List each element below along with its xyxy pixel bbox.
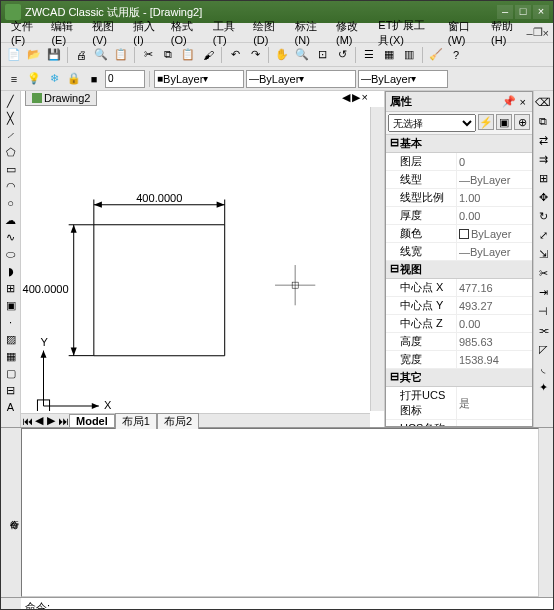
rectangle-icon[interactable]: ▭: [2, 161, 20, 177]
help-icon[interactable]: ?: [447, 46, 465, 64]
lineweight-select[interactable]: — ByLayer ▾: [358, 70, 448, 88]
trim-icon[interactable]: ✂: [534, 264, 552, 282]
line-icon[interactable]: ╱: [2, 93, 20, 109]
prop-linetype-val[interactable]: — ByLayer: [456, 171, 532, 188]
drawing-area[interactable]: Drawing2 ◀ ▶ × 400.0000: [21, 91, 385, 427]
layer-lock-icon[interactable]: 🔒: [65, 70, 83, 88]
zoom-prev-icon[interactable]: ↺: [333, 46, 351, 64]
join-icon[interactable]: ⫘: [534, 321, 552, 339]
zoom-icon[interactable]: 🔍: [293, 46, 311, 64]
menu-tools[interactable]: 工具(T): [207, 17, 247, 48]
collapse-icon[interactable]: ⊟: [388, 262, 400, 277]
doc-close-button[interactable]: ×: [543, 27, 549, 39]
prop-layer-val[interactable]: 0: [456, 153, 532, 170]
pickadd-icon[interactable]: ⊕: [514, 114, 530, 130]
menu-insert[interactable]: 插入(I): [127, 17, 165, 48]
tab-first-icon[interactable]: ⏮: [21, 415, 33, 427]
spline-icon[interactable]: ∿: [2, 229, 20, 245]
menu-edit[interactable]: 编辑(E): [45, 17, 86, 48]
fillet-icon[interactable]: ◟: [534, 359, 552, 377]
break-icon[interactable]: ⊣: [534, 302, 552, 320]
menu-help[interactable]: 帮助(H): [485, 17, 526, 48]
menu-file[interactable]: 文件(F): [5, 17, 45, 48]
ellipse-arc-icon[interactable]: ◗: [2, 263, 20, 279]
pan-icon[interactable]: ✋: [273, 46, 291, 64]
menu-draw[interactable]: 绘图(D): [247, 17, 288, 48]
region-icon[interactable]: ▢: [2, 365, 20, 381]
point-icon[interactable]: ·: [2, 314, 20, 330]
copy-obj-icon[interactable]: ⧉: [534, 112, 552, 130]
cut-icon[interactable]: ✂: [139, 46, 157, 64]
model-tab[interactable]: Model: [69, 414, 115, 427]
preview-icon[interactable]: 🔍: [92, 46, 110, 64]
polyline-icon[interactable]: ⟋: [2, 127, 20, 143]
extend-icon[interactable]: ⇥: [534, 283, 552, 301]
gradient-icon[interactable]: ▦: [2, 348, 20, 364]
tab-prev-icon[interactable]: ◀: [33, 414, 45, 427]
menu-format[interactable]: 格式(O): [165, 17, 207, 48]
command-grip[interactable]: 命令行: [1, 428, 21, 597]
array-icon[interactable]: ⊞: [534, 169, 552, 187]
collapse-icon[interactable]: ⊟: [388, 136, 400, 151]
clean-icon[interactable]: 🧹: [427, 46, 445, 64]
linetype-select[interactable]: — ByLayer ▾: [246, 70, 356, 88]
mtext-icon[interactable]: A: [2, 399, 20, 415]
quick-select-icon[interactable]: ⚡: [478, 114, 494, 130]
menu-et[interactable]: ET扩展工具(X): [372, 16, 441, 50]
prop-height-val[interactable]: 985.63: [456, 333, 532, 350]
explode-icon[interactable]: ✦: [534, 378, 552, 396]
save-icon[interactable]: 💾: [45, 46, 63, 64]
selection-dropdown[interactable]: 无选择: [388, 114, 476, 132]
new-icon[interactable]: 📄: [5, 46, 23, 64]
tab-left-icon[interactable]: ◀: [342, 91, 350, 104]
layer-manager-icon[interactable]: ≡: [5, 70, 23, 88]
prop-centerx-val[interactable]: 477.16: [456, 279, 532, 296]
properties-icon[interactable]: ☰: [360, 46, 378, 64]
revcloud-icon[interactable]: ☁: [2, 212, 20, 228]
tab-right-icon[interactable]: ▶: [352, 91, 360, 104]
layer-0-select[interactable]: 0: [105, 70, 145, 88]
prop-ucsname-val[interactable]: [456, 420, 532, 426]
layer-color-icon[interactable]: ■: [85, 70, 103, 88]
publish-icon[interactable]: 📋: [112, 46, 130, 64]
panel-pin-icon[interactable]: 📌: [500, 95, 518, 108]
open-icon[interactable]: 📂: [25, 46, 43, 64]
prop-color-val[interactable]: ByLayer: [456, 225, 532, 242]
color-select[interactable]: ■ ByLayer ▾: [154, 70, 244, 88]
insert-block-icon[interactable]: ⊞: [2, 280, 20, 296]
prop-centery-val[interactable]: 493.27: [456, 297, 532, 314]
table-icon[interactable]: ⊟: [2, 382, 20, 398]
menu-view[interactable]: 视图(V): [86, 17, 127, 48]
prop-thickness-val[interactable]: 0.00: [456, 207, 532, 224]
hatch-icon[interactable]: ▨: [2, 331, 20, 347]
design-center-icon[interactable]: ▦: [380, 46, 398, 64]
match-icon[interactable]: 🖌: [199, 46, 217, 64]
copy-icon[interactable]: ⧉: [159, 46, 177, 64]
close-button[interactable]: ×: [533, 5, 549, 19]
polygon-icon[interactable]: ⬠: [2, 144, 20, 160]
doc-tab-label[interactable]: Drawing2: [44, 92, 90, 104]
prop-width-val[interactable]: 1538.94: [456, 351, 532, 368]
layer-freeze-icon[interactable]: ❄: [45, 70, 63, 88]
collapse-icon[interactable]: ⊟: [388, 370, 400, 385]
erase-icon[interactable]: ⌫: [534, 93, 552, 111]
doc-restore-button[interactable]: ❐: [533, 26, 543, 39]
tool-palette-icon[interactable]: ▥: [400, 46, 418, 64]
xline-icon[interactable]: ╳: [2, 110, 20, 126]
zoom-window-icon[interactable]: ⊡: [313, 46, 331, 64]
move-icon[interactable]: ✥: [534, 188, 552, 206]
menu-window[interactable]: 窗口(W): [442, 17, 485, 48]
mirror-icon[interactable]: ⇄: [534, 131, 552, 149]
prop-lineweight-val[interactable]: — ByLayer: [456, 243, 532, 260]
chamfer-icon[interactable]: ◸: [534, 340, 552, 358]
offset-icon[interactable]: ⇉: [534, 150, 552, 168]
ellipse-icon[interactable]: ⬭: [2, 246, 20, 262]
panel-close-icon[interactable]: ×: [518, 96, 528, 108]
paste-icon[interactable]: 📋: [179, 46, 197, 64]
tab-close-icon[interactable]: ×: [362, 91, 368, 104]
print-icon[interactable]: 🖨: [72, 46, 90, 64]
menu-modify[interactable]: 修改(M): [330, 17, 372, 48]
command-scrollbar[interactable]: [539, 428, 553, 597]
prop-ucsicon-val[interactable]: 是: [456, 387, 532, 419]
menu-dimension[interactable]: 标注(N): [289, 17, 330, 48]
